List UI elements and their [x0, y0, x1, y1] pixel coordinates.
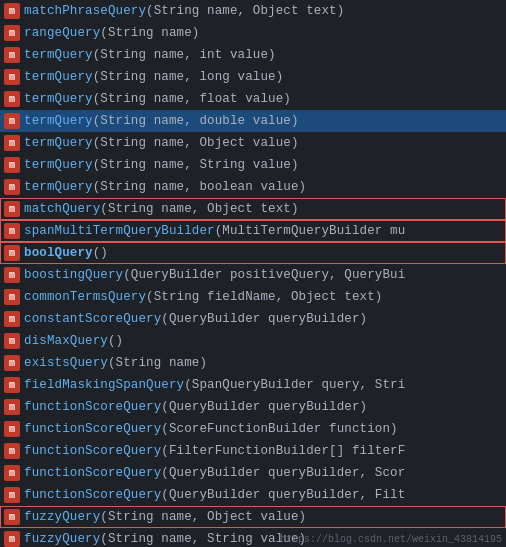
m-icon: m — [4, 399, 20, 415]
method-name: fuzzyQuery — [24, 510, 100, 524]
list-item[interactable]: mtermQuery(String name, String value) — [0, 154, 506, 176]
method-name: fieldMaskingSpanQuery — [24, 378, 184, 392]
code-text: commonTermsQuery(String fieldName, Objec… — [24, 290, 382, 304]
method-params: (String name) — [108, 356, 207, 370]
method-name: functionScoreQuery — [24, 400, 161, 414]
code-text: disMaxQuery() — [24, 334, 123, 348]
code-text: functionScoreQuery(QueryBuilder queryBui… — [24, 466, 405, 480]
method-params: (FilterFunctionBuilder[] filterF — [161, 444, 405, 458]
code-text: functionScoreQuery(FilterFunctionBuilder… — [24, 444, 405, 458]
list-item[interactable]: mtermQuery(String name, Object value) — [0, 132, 506, 154]
m-icon: m — [4, 311, 20, 327]
code-panel: mmatchPhraseQuery(String name, Object te… — [0, 0, 506, 547]
m-icon: m — [4, 333, 20, 349]
method-name: fuzzyQuery — [24, 532, 100, 546]
code-text: termQuery(String name, int value) — [24, 48, 276, 62]
m-icon: m — [4, 487, 20, 503]
list-item[interactable]: mfunctionScoreQuery(FilterFunctionBuilde… — [0, 440, 506, 462]
list-item[interactable]: mboostingQuery(QueryBuilder positiveQuer… — [0, 264, 506, 286]
list-item[interactable]: mmatchQuery(String name, Object text) — [0, 198, 506, 220]
m-icon: m — [4, 91, 20, 107]
list-item[interactable]: mcommonTermsQuery(String fieldName, Obje… — [0, 286, 506, 308]
watermark: https://blog.csdn.net/weixin_43814195 — [280, 534, 502, 545]
method-name: rangeQuery — [24, 26, 100, 40]
method-params: (SpanQueryBuilder query, Stri — [184, 378, 405, 392]
list-item[interactable]: mtermQuery(String name, int value) — [0, 44, 506, 66]
code-text: termQuery(String name, float value) — [24, 92, 291, 106]
method-name: functionScoreQuery — [24, 444, 161, 458]
code-text: fieldMaskingSpanQuery(SpanQueryBuilder q… — [24, 378, 405, 392]
method-name: functionScoreQuery — [24, 422, 161, 436]
method-name: termQuery — [24, 70, 93, 84]
list-item[interactable]: mtermQuery(String name, float value) — [0, 88, 506, 110]
method-name: constantScoreQuery — [24, 312, 161, 326]
m-icon: m — [4, 25, 20, 41]
code-text: functionScoreQuery(QueryBuilder queryBui… — [24, 400, 367, 414]
m-icon: m — [4, 421, 20, 437]
method-name: functionScoreQuery — [24, 488, 161, 502]
list-item[interactable]: mdisMaxQuery() — [0, 330, 506, 352]
m-icon: m — [4, 135, 20, 151]
list-item[interactable]: mfieldMaskingSpanQuery(SpanQueryBuilder … — [0, 374, 506, 396]
method-name: boostingQuery — [24, 268, 123, 282]
method-name: spanMultiTermQueryBuilder — [24, 224, 215, 238]
list-item[interactable]: mfunctionScoreQuery(ScoreFunctionBuilder… — [0, 418, 506, 440]
method-params: (String name, int value) — [93, 48, 276, 62]
method-params: (String name, boolean value) — [93, 180, 307, 194]
list-item[interactable]: mmatchPhraseQuery(String name, Object te… — [0, 0, 506, 22]
m-icon: m — [4, 179, 20, 195]
list-item[interactable]: mfunctionScoreQuery(QueryBuilder queryBu… — [0, 462, 506, 484]
m-icon: m — [4, 113, 20, 129]
m-icon: m — [4, 245, 20, 261]
list-item[interactable]: mfunctionScoreQuery(QueryBuilder queryBu… — [0, 396, 506, 418]
method-name: termQuery — [24, 158, 93, 172]
method-params: (String name, Object value) — [100, 510, 306, 524]
method-params: (String name, Object text) — [100, 202, 298, 216]
code-text: boolQuery() — [24, 246, 108, 260]
list-item[interactable]: mfuzzyQuery(String name, Object value) — [0, 506, 506, 528]
m-icon: m — [4, 465, 20, 481]
method-name: termQuery — [24, 114, 93, 128]
code-text: fuzzyQuery(String name, Object value) — [24, 510, 306, 524]
m-icon: m — [4, 443, 20, 459]
list-item[interactable]: mtermQuery(String name, long value) — [0, 66, 506, 88]
m-icon: m — [4, 3, 20, 19]
m-icon: m — [4, 355, 20, 371]
code-text: existsQuery(String name) — [24, 356, 207, 370]
list-item[interactable]: mboolQuery() — [0, 242, 506, 264]
method-name: matchPhraseQuery — [24, 4, 146, 18]
list-item[interactable]: mtermQuery(String name, double value) — [0, 110, 506, 132]
method-params: (QueryBuilder queryBuilder) — [161, 400, 367, 414]
method-params: (String name, Object value) — [93, 136, 299, 150]
list-item[interactable]: mconstantScoreQuery(QueryBuilder queryBu… — [0, 308, 506, 330]
method-name: termQuery — [24, 92, 93, 106]
m-icon: m — [4, 69, 20, 85]
method-name: disMaxQuery — [24, 334, 108, 348]
code-text: functionScoreQuery(ScoreFunctionBuilder … — [24, 422, 398, 436]
m-icon: m — [4, 223, 20, 239]
method-name: termQuery — [24, 48, 93, 62]
method-name: commonTermsQuery — [24, 290, 146, 304]
code-text: functionScoreQuery(QueryBuilder queryBui… — [24, 488, 405, 502]
code-text: constantScoreQuery(QueryBuilder queryBui… — [24, 312, 367, 326]
list-item[interactable]: mexistsQuery(String name) — [0, 352, 506, 374]
code-text: termQuery(String name, Object value) — [24, 136, 299, 150]
method-params: (String name, String value) — [100, 532, 306, 546]
method-params: () — [108, 334, 123, 348]
method-name: functionScoreQuery — [24, 466, 161, 480]
m-icon: m — [4, 267, 20, 283]
code-text: matchPhraseQuery(String name, Object tex… — [24, 4, 344, 18]
m-icon: m — [4, 47, 20, 63]
list-item[interactable]: mfunctionScoreQuery(QueryBuilder queryBu… — [0, 484, 506, 506]
list-item[interactable]: mrangeQuery(String name) — [0, 22, 506, 44]
list-item[interactable]: mspanMultiTermQueryBuilder(MultiTermQuer… — [0, 220, 506, 242]
method-params: (MultiTermQueryBuilder mu — [215, 224, 406, 238]
method-params: (QueryBuilder queryBuilder) — [161, 312, 367, 326]
m-icon: m — [4, 157, 20, 173]
method-params: (String name) — [100, 26, 199, 40]
m-icon: m — [4, 531, 20, 547]
method-name: termQuery — [24, 136, 93, 150]
m-icon: m — [4, 509, 20, 525]
list-item[interactable]: mtermQuery(String name, boolean value) — [0, 176, 506, 198]
method-params: (QueryBuilder queryBuilder, Filt — [161, 488, 405, 502]
